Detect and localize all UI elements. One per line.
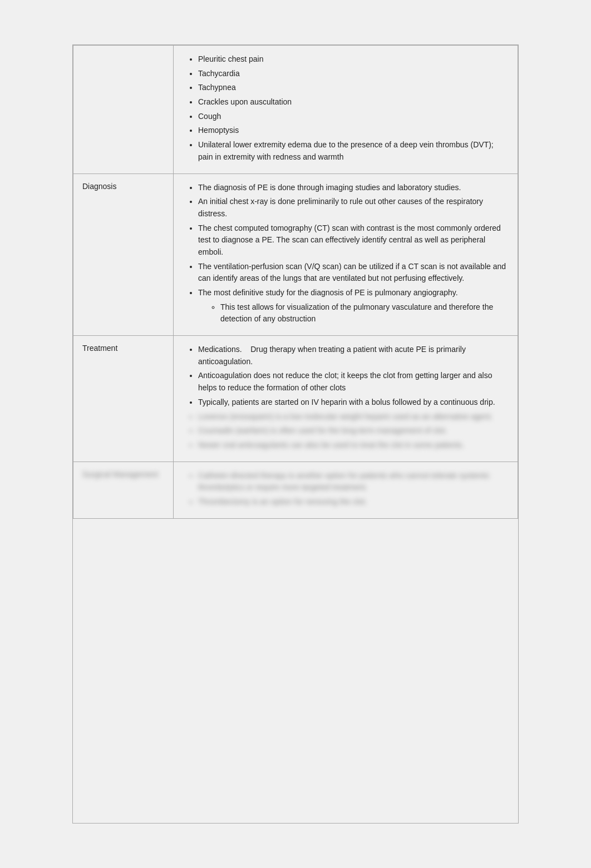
list-item: This test allows for visualization of th… bbox=[220, 301, 509, 325]
list-item: Thrombectomy is an option for removing t… bbox=[198, 496, 509, 508]
list-item: Anticoagulation does not reduce the clot… bbox=[198, 370, 509, 394]
blurred-list: Catheter-directed therapy is another opt… bbox=[183, 470, 509, 508]
list-item: Tachycardia bbox=[198, 68, 509, 80]
list-item: The ventilation-perfusion scan (V/Q scan… bbox=[198, 261, 509, 285]
blurred-label: Surgical Management bbox=[73, 462, 174, 518]
list-item blurred: Newer oral anticoagulants can also be us… bbox=[198, 439, 509, 452]
symptoms-label-cell bbox=[73, 46, 174, 174]
treatment-row: Treatment Medications. Drug therapy when… bbox=[73, 336, 518, 462]
symptoms-list: Pleuritic chest pain Tachycardia Tachypn… bbox=[183, 53, 509, 163]
list-item blurred: Coumadin (warfarin) is often used for th… bbox=[198, 425, 509, 437]
treatment-list: Medications. Drug therapy when treating … bbox=[183, 344, 509, 452]
main-table: Pleuritic chest pain Tachycardia Tachypn… bbox=[72, 44, 519, 824]
list-item: The diagnosis of PE is done through imag… bbox=[198, 182, 509, 194]
diagnosis-row: Diagnosis The diagnosis of PE is done th… bbox=[73, 173, 518, 336]
symptoms-content: Pleuritic chest pain Tachycardia Tachypn… bbox=[174, 46, 518, 174]
list-item: Catheter-directed therapy is another opt… bbox=[198, 470, 509, 494]
list-item: Hemoptysis bbox=[198, 125, 509, 137]
list-item: Medications. Drug therapy when treating … bbox=[198, 344, 509, 368]
list-item: Cough bbox=[198, 111, 509, 123]
list-item blurred: Lovenox (enoxaparin) is a low molecular … bbox=[198, 411, 509, 423]
list-item: Typically, patients are started on IV he… bbox=[198, 396, 509, 409]
treatment-label: Treatment bbox=[73, 336, 174, 462]
diagnosis-label: Diagnosis bbox=[73, 173, 174, 336]
blurred-content: Catheter-directed therapy is another opt… bbox=[174, 462, 518, 518]
symptoms-row: Pleuritic chest pain Tachycardia Tachypn… bbox=[73, 46, 518, 174]
list-item: Crackles upon auscultation bbox=[198, 96, 509, 108]
diagnosis-list: The diagnosis of PE is done through imag… bbox=[183, 182, 509, 326]
list-item: The most definitive study for the diagno… bbox=[198, 287, 509, 325]
treatment-content: Medications. Drug therapy when treating … bbox=[174, 336, 518, 462]
diagnosis-content: The diagnosis of PE is done through imag… bbox=[174, 173, 518, 336]
list-item: Pleuritic chest pain bbox=[198, 53, 509, 66]
diagnosis-sub-list: This test allows for visualization of th… bbox=[198, 301, 509, 325]
list-item: The chest computed tomography (CT) scan … bbox=[198, 222, 509, 259]
list-item: An initial chest x-ray is done prelimina… bbox=[198, 196, 509, 220]
list-item: Tachypnea bbox=[198, 82, 509, 94]
list-item: Unilateral lower extremity edema due to … bbox=[198, 139, 509, 163]
blurred-row: Surgical Management Catheter-directed th… bbox=[73, 462, 518, 518]
